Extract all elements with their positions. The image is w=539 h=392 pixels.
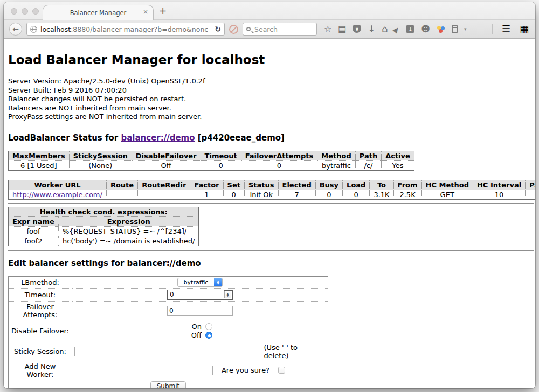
navigation-toolbar: ← localhost:8880/balancer-manager?b=demo… <box>4 19 535 39</box>
column-header: Busy <box>315 180 342 190</box>
new-tab-button[interactable]: + <box>159 5 167 16</box>
lbmethod-select[interactable]: bytraffic ▲▼ <box>177 278 223 287</box>
disable-failover-off-radio[interactable] <box>205 332 212 339</box>
table-cell <box>138 190 190 199</box>
column-header: Active <box>382 151 414 160</box>
column-header: Method <box>317 151 355 160</box>
table-cell: 10 <box>473 190 525 199</box>
expression-cell: hc('body') =~ /domain is established/ <box>58 236 199 246</box>
reload-icon[interactable]: ↻ <box>215 25 221 33</box>
close-window-button[interactable] <box>11 8 17 15</box>
worker-url-cell: http://www.example.com/ <box>9 190 107 199</box>
container-extension-icon[interactable] <box>452 25 458 33</box>
hamburger-menu-icon[interactable]: ☰ <box>502 24 510 34</box>
inherit-notice-line: Balancers are NOT inherited from main se… <box>8 104 535 113</box>
column-header: HC Method <box>421 180 473 190</box>
browser-window: Balancer Manager × + ← localhost:8880/ba… <box>4 2 535 388</box>
radio-option-on: On <box>72 323 328 331</box>
form-row-timeout: Timeout: ▲▼ <box>9 288 328 301</box>
colorful-extension-icon[interactable] <box>437 25 445 33</box>
table-cell: 2.5K <box>393 190 421 199</box>
confirm-checkbox[interactable] <box>278 367 285 374</box>
timeout-field-wrap: ▲▼ <box>167 290 233 300</box>
column-header: Elected <box>278 180 315 190</box>
table-row: 6 [1 Used] (None) Off 0 0 bytraffic /c/ … <box>9 160 414 170</box>
url-bar[interactable]: localhost:8880/balancer-manager?b=demo&n… <box>26 23 225 36</box>
proxypass-notice-line: ProxyPass settings are NOT inherited fro… <box>8 113 535 122</box>
column-header: Factor <box>190 180 223 190</box>
table-cell: Yes <box>382 160 414 170</box>
timeout-input[interactable] <box>168 290 224 299</box>
edit-section-heading: Edit balancer settings for balancer://de… <box>8 258 535 268</box>
form-row-disable-failover: Disable Failover: On Off <box>9 320 328 342</box>
lbmethod-selected-value: bytraffic <box>178 279 214 286</box>
worker-status-table: Worker URL Route RouteRedir Factor Set S… <box>8 180 535 200</box>
table-row: foof2 hc('body') =~ /domain is establish… <box>9 236 199 246</box>
reading-list-icon[interactable]: ▤ <box>338 25 346 33</box>
lbmethod-label: LBmethod: <box>9 276 72 288</box>
send-tab-icon[interactable]: ▲ <box>392 24 402 34</box>
url-host: localhost <box>40 25 71 33</box>
forum-smiley-icon[interactable]: ☻ <box>421 25 430 33</box>
heading-prefix: LoadBalancer Status for <box>8 133 121 143</box>
on-label: On <box>188 323 202 331</box>
form-row-lbmethod: LBmethod: bytraffic ▲▼ <box>9 276 328 288</box>
separator <box>8 250 534 251</box>
status-section-heading: LoadBalancer Status for balancer://demo … <box>8 133 535 143</box>
chevron-down-icon[interactable]: ▾ <box>464 26 467 32</box>
content-blocker-icon[interactable] <box>229 25 238 34</box>
column-header: Load <box>343 180 370 190</box>
health-check-table: Health check cond. expressions: Expr nam… <box>8 207 199 246</box>
edit-balancer-form: LBmethod: bytraffic ▲▼ Timeout: ▲▼ <box>8 276 328 389</box>
pocket-icon[interactable]: ∨ <box>353 25 361 33</box>
minimize-window-button[interactable] <box>22 8 28 15</box>
page-title: Load Balancer Manager for localhost <box>8 53 535 67</box>
search-bar[interactable] <box>243 23 317 36</box>
submit-button[interactable]: Submit <box>150 381 186 389</box>
add-worker-input[interactable] <box>115 366 213 375</box>
confirm-label: Are you sure? <box>222 366 270 374</box>
balancer-link[interactable]: balancer://demo <box>121 133 195 143</box>
search-input[interactable] <box>253 25 313 34</box>
table-header-row: MaxMembers StickySession DisableFailover… <box>9 151 414 160</box>
table-cell: (None) <box>69 160 132 170</box>
search-icon <box>246 27 251 31</box>
toolbar-separator <box>492 24 493 34</box>
site-identity-globe-icon[interactable] <box>30 26 37 33</box>
url-text[interactable]: localhost:8880/balancer-manager?b=demo&n… <box>40 25 208 33</box>
table-row: http://www.example.com/ 1 0 Init Ok 7 0 … <box>9 190 536 199</box>
column-header: HC Interval <box>473 180 525 190</box>
url-path: :8880/balancer-manager?b=demo&nonce=decc… <box>71 25 208 33</box>
tab-balancer-manager[interactable]: Balancer Manager × <box>43 5 154 20</box>
table-cell: 0 <box>201 160 241 170</box>
failover-attempts-input[interactable] <box>167 306 233 316</box>
table-cell: 0 <box>343 190 370 199</box>
toolbar-icons: ☆ ▤ ∨ ↓ ⌂ ▲ ↓ ☻ ▾ <box>324 24 467 34</box>
table-cell <box>106 190 137 199</box>
save-to-device-icon[interactable]: ↓ <box>406 25 414 33</box>
heading-suffix: [p4420eeae_demo] <box>195 133 285 143</box>
downloads-icon[interactable]: ↓ <box>368 25 375 33</box>
column-header: Passes <box>526 180 535 190</box>
tab-bar: Balancer Manager × + <box>4 2 535 19</box>
page-content: Load Balancer Manager for localhost Serv… <box>4 41 535 388</box>
zoom-window-button[interactable] <box>32 8 39 15</box>
balancer-status-table: MaxMembers StickySession DisableFailover… <box>8 151 414 171</box>
expr-name-cell: foof2 <box>9 236 59 246</box>
server-built-line: Server Built: Feb 9 2016 07:00:20 <box>8 86 535 95</box>
column-header: Expr name <box>9 216 59 226</box>
worker-url-link[interactable]: http://www.example.com/ <box>12 191 102 199</box>
disable-failover-on-radio[interactable] <box>205 323 212 330</box>
bookmarks-grid-icon[interactable]: ▦ <box>520 24 529 34</box>
sticky-session-label: Sticky Session: <box>9 342 72 361</box>
number-spinner-icon[interactable]: ▲▼ <box>224 291 231 298</box>
table-header-row: Worker URL Route RouteRedir Factor Set S… <box>9 180 536 190</box>
home-icon[interactable]: ⌂ <box>382 24 388 34</box>
close-tab-icon[interactable]: × <box>143 8 148 16</box>
bookmark-star-icon[interactable]: ☆ <box>324 25 331 33</box>
column-header: FailoverAttempts <box>241 151 317 160</box>
back-button[interactable]: ← <box>9 23 22 36</box>
column-header: Set <box>223 180 244 190</box>
form-row-submit: Submit <box>9 380 328 388</box>
sticky-session-input[interactable] <box>74 347 264 356</box>
